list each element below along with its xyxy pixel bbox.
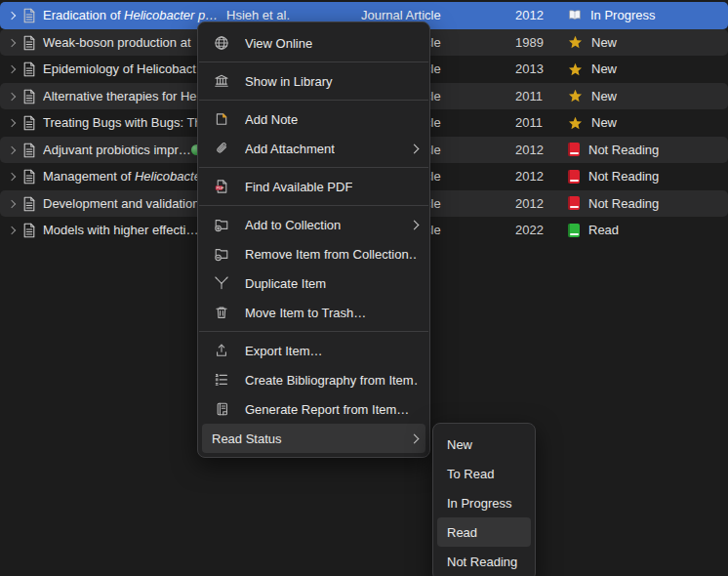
trash-icon (212, 305, 231, 320)
document-icon (22, 143, 36, 161)
expand-chevron-icon[interactable] (8, 92, 16, 100)
document-icon (22, 115, 36, 134)
export-icon (212, 343, 231, 358)
menu-item-label: Move Item to Trash… (245, 306, 366, 320)
cell-read-status: New (568, 56, 724, 83)
pdf-icon: PDF (212, 179, 231, 194)
menu-item-show-in-library[interactable]: Show in Library (198, 66, 429, 96)
submenu-arrow-icon (410, 220, 420, 229)
menu-item-export-item[interactable]: Export Item… (198, 336, 429, 365)
menu-item-find-available-pdf[interactable]: PDFFind Available PDF (198, 172, 429, 201)
menu-item-label: Remove Item from Collection… (245, 247, 418, 262)
menu-item-label: Generate Report from Item… (245, 402, 409, 417)
cell-read-status: Not Reading (568, 163, 724, 190)
menu-item-add-attachment[interactable]: Add Attachment (198, 134, 429, 163)
book-red-icon (568, 170, 580, 184)
menu-separator (199, 167, 428, 168)
menu-item-label: Show in Library (245, 74, 333, 89)
menu-item-read-status[interactable]: Read Status (202, 424, 425, 453)
document-icon (22, 8, 36, 26)
cell-year: 2011 (515, 109, 554, 137)
cell-year: 2013 (515, 56, 554, 83)
cell-read-status: New (568, 109, 724, 137)
note-icon (212, 111, 231, 127)
menu-item-add-to-collection[interactable]: Add to Collection (198, 210, 429, 239)
reference-manager-window: Eradication of Helicobacter p…Hsieh et a… (0, 0, 728, 576)
cell-year: 1989 (515, 29, 554, 57)
globe-icon (212, 35, 231, 51)
star-icon (568, 116, 583, 130)
svg-text:PDF: PDF (217, 186, 224, 190)
submenu-item-not-reading[interactable]: Not Reading (433, 547, 535, 576)
expand-chevron-icon[interactable] (8, 199, 16, 207)
paperclip-icon (212, 141, 231, 156)
library-icon (212, 73, 231, 89)
expand-chevron-icon[interactable] (8, 145, 16, 153)
title-segment: Development and validation (43, 196, 199, 211)
menu-item-add-note[interactable]: Add Note (198, 104, 429, 134)
collection-add-icon (212, 217, 231, 232)
cell-year: 2022 (515, 217, 554, 244)
submenu-item-in-progress[interactable]: In Progress (433, 488, 535, 517)
book-open-icon (568, 9, 582, 21)
menu-separator (199, 331, 428, 332)
menu-item-remove-item-from-collection[interactable]: Remove Item from Collection… (198, 239, 429, 268)
submenu-item-read[interactable]: Read (437, 517, 531, 547)
document-icon (22, 223, 36, 241)
cell-year: 2011 (515, 83, 554, 110)
menu-item-label: Create Bibliography from Item… (245, 373, 418, 388)
status-label: New (591, 83, 617, 110)
cell-read-status: In Progress (568, 2, 724, 29)
status-label: Not Reading (588, 190, 659, 218)
expand-chevron-icon[interactable] (8, 12, 16, 20)
menu-item-label: Find Available PDF (245, 180, 352, 194)
title-segment: Adjuvant probiotics impr… (43, 143, 191, 157)
title-segment: Helicobacte (135, 169, 201, 184)
status-label: In Progress (590, 2, 655, 29)
expand-chevron-icon[interactable] (8, 38, 16, 46)
cell-year: 2012 (515, 137, 554, 164)
bibliography-icon (212, 372, 231, 388)
menu-item-duplicate-item[interactable]: Duplicate Item (198, 268, 429, 298)
submenu-item-new[interactable]: New (433, 430, 535, 459)
cell-read-status: Not Reading (568, 137, 724, 164)
title-segment: Eradication of (43, 8, 124, 22)
expand-chevron-icon[interactable] (8, 119, 16, 127)
cell-year: 2012 (515, 190, 554, 218)
title-segment: Helicobacter p… (124, 8, 218, 22)
document-icon (22, 35, 36, 54)
status-label: New (591, 109, 617, 137)
book-red-icon (568, 143, 580, 156)
cell-year: 2012 (515, 2, 554, 29)
submenu-item-to-read[interactable]: To Read (433, 459, 535, 488)
book-green-icon (568, 224, 580, 237)
menu-item-label: Duplicate Item (245, 276, 326, 291)
menu-item-move-item-to-trash[interactable]: Move Item to Trash… (198, 298, 429, 327)
expand-chevron-icon[interactable] (8, 173, 16, 181)
menu-item-label: Add Note (245, 112, 298, 127)
read-status-submenu: NewTo ReadIn ProgressReadNot Reading (432, 423, 536, 576)
menu-separator (199, 62, 428, 62)
menu-item-generate-report-from-item[interactable]: Generate Report from Item… (198, 394, 429, 424)
document-icon (22, 196, 36, 215)
cell-read-status: New (568, 29, 724, 57)
status-label: Not Reading (588, 137, 659, 164)
star-icon (568, 89, 583, 103)
title-segment: Epidemiology of Helicobact (43, 62, 196, 76)
menu-item-label: Export Item… (245, 344, 322, 358)
menu-item-label: Add Attachment (245, 142, 335, 156)
menu-item-create-bibliography-from-item[interactable]: Create Bibliography from Item… (198, 365, 429, 394)
submenu-arrow-icon (410, 144, 420, 153)
document-icon (22, 89, 36, 107)
menu-item-view-online[interactable]: View Online (198, 28, 429, 58)
submenu-arrow-icon (410, 433, 420, 443)
book-red-icon (568, 196, 580, 210)
status-label: New (591, 29, 617, 57)
expand-chevron-icon[interactable] (8, 65, 16, 73)
context-menu: View OnlineShow in LibraryAdd NoteAdd At… (197, 21, 430, 458)
status-label: New (591, 56, 617, 83)
expand-chevron-icon[interactable] (8, 226, 16, 234)
cell-read-status: Read (568, 217, 724, 244)
menu-item-label: Read Status (212, 432, 282, 446)
menu-item-label: View Online (245, 36, 312, 51)
